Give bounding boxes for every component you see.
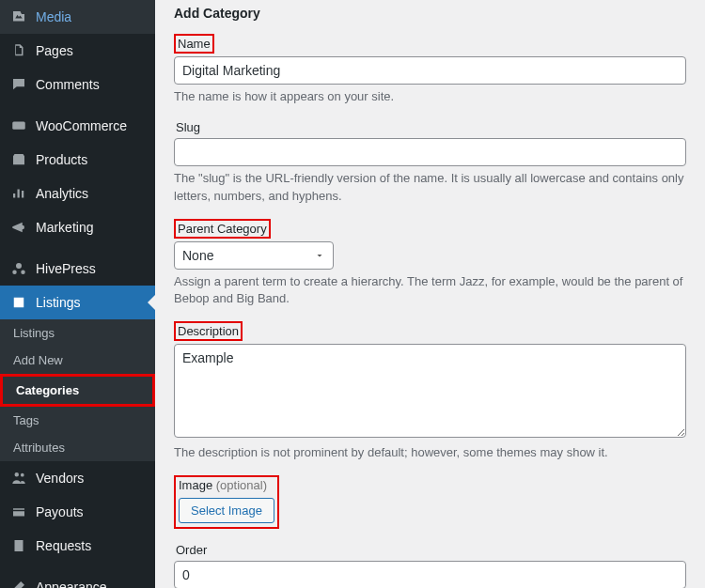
field-image: Image (optional) Select Image [174, 475, 686, 529]
submenu-item-add-new[interactable]: Add New [0, 347, 155, 374]
sidebar-item-comments[interactable]: Comments [0, 68, 155, 101]
sidebar-item-media[interactable]: Media [0, 0, 155, 34]
appearance-icon [9, 578, 28, 588]
payouts-icon [9, 503, 28, 521]
sidebar-item-products[interactable]: Products [0, 143, 155, 177]
help-name: The name is how it appears on your site. [174, 88, 686, 106]
label-slug: Slug [174, 119, 202, 135]
field-parent: Parent Category None Assign a parent ter… [174, 219, 686, 309]
sidebar-item-marketing[interactable]: Marketing [0, 210, 155, 244]
submenu-item-tags[interactable]: Tags [0, 407, 155, 434]
submenu-item-categories[interactable]: Categories [0, 374, 155, 407]
parent-select[interactable]: None [174, 241, 334, 270]
sidebar-item-label: Marketing [36, 220, 93, 235]
sidebar-item-label: Media [36, 9, 71, 24]
label-order: Order [174, 542, 209, 558]
sidebar-item-appearance[interactable]: Appearance [0, 570, 155, 588]
description-textarea[interactable] [174, 344, 686, 438]
products-icon [9, 150, 28, 169]
label-parent: Parent Category [174, 219, 271, 239]
svg-rect-0 [12, 122, 25, 130]
marketing-icon [9, 218, 28, 237]
label-description: Description [174, 321, 243, 341]
analytics-icon [9, 184, 28, 203]
help-description: The description is not prominent by defa… [174, 444, 686, 462]
slug-input[interactable] [174, 138, 686, 166]
sidebar-item-pages[interactable]: Pages [0, 34, 155, 68]
help-parent: Assign a parent term to create a hierarc… [174, 273, 686, 309]
label-name: Name [174, 34, 214, 54]
sidebar-item-label: Requests [36, 538, 91, 553]
requests-icon [9, 536, 28, 555]
woo-icon [9, 116, 28, 135]
comments-icon [9, 75, 28, 94]
submenu-item-listings[interactable]: Listings [0, 319, 155, 347]
hivepress-icon [9, 259, 28, 278]
label-image: Image (optional) [179, 478, 267, 492]
sidebar-item-woocommerce[interactable]: WooCommerce [0, 109, 155, 143]
sidebar-item-listings[interactable]: Listings [0, 286, 155, 319]
order-input[interactable] [174, 561, 686, 588]
content-area: Add Category Name The name is how it app… [155, 0, 705, 588]
field-slug: Slug The "slug" is the URL-friendly vers… [174, 119, 686, 206]
submenu-item-attributes[interactable]: Attributes [0, 434, 155, 461]
sidebar-item-vendors[interactable]: Vendors [0, 461, 155, 495]
sidebar-item-label: Comments [36, 77, 100, 92]
sidebar-item-label: Vendors [36, 471, 84, 486]
page-title: Add Category [174, 6, 686, 21]
sidebar-item-label: HivePress [36, 261, 96, 276]
sidebar-item-label: Appearance [36, 580, 107, 588]
media-icon [9, 8, 28, 26]
sidebar-item-label: Pages [36, 43, 73, 58]
sidebar-item-requests[interactable]: Requests [0, 529, 155, 563]
admin-sidebar: Media Pages Comments WooCommerce Product… [0, 0, 155, 588]
listings-submenu: Listings Add New Categories Tags Attribu… [0, 319, 155, 461]
help-slug: The "slug" is the URL-friendly version o… [174, 170, 686, 206]
sidebar-item-hivepress[interactable]: HivePress [0, 252, 155, 286]
sidebar-item-analytics[interactable]: Analytics [0, 177, 155, 210]
field-name: Name The name is how it appears on your … [174, 34, 686, 106]
sidebar-item-label: Analytics [36, 186, 88, 201]
vendors-icon [9, 469, 28, 487]
name-input[interactable] [174, 56, 686, 85]
listings-icon [9, 293, 28, 312]
sidebar-item-label: Listings [36, 295, 80, 310]
pages-icon [9, 41, 28, 60]
field-description: Description The description is not promi… [174, 321, 686, 462]
sidebar-item-label: WooCommerce [36, 118, 127, 133]
select-image-button[interactable]: Select Image [179, 498, 274, 523]
sidebar-item-payouts[interactable]: Payouts [0, 495, 155, 529]
sidebar-item-label: Payouts [36, 504, 84, 519]
sidebar-item-label: Products [36, 152, 87, 167]
field-order: Order [174, 542, 686, 588]
